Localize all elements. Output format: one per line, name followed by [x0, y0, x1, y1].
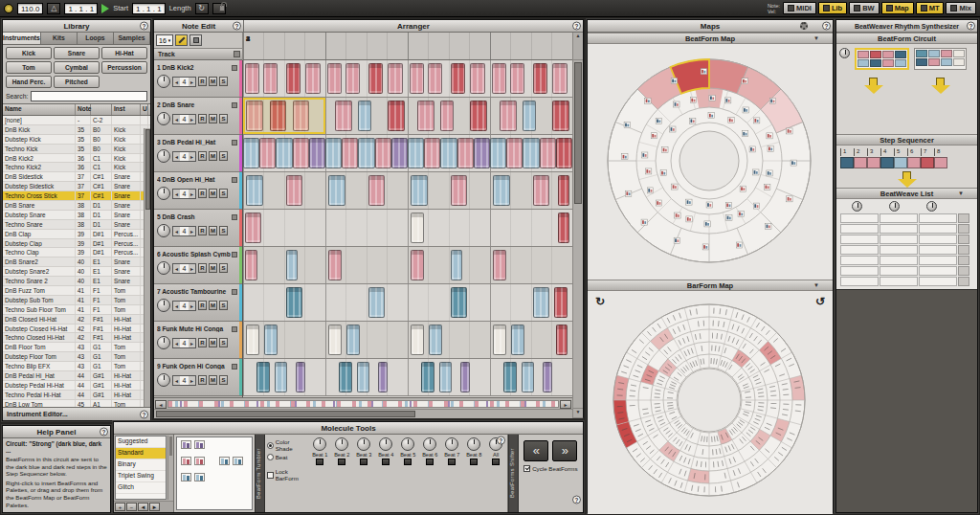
pattern-block[interactable] [493, 250, 506, 280]
track-header[interactable]: 1 DnB Kick2 ◄ 4 ► R M S [154, 60, 242, 98]
preset-tool-button[interactable]: ◄ [138, 503, 148, 511]
pattern-block[interactable] [429, 325, 442, 355]
pattern-block[interactable] [328, 250, 342, 280]
row-handle[interactable] [958, 256, 969, 265]
step-cell[interactable] [867, 157, 880, 168]
pattern-block[interactable] [263, 63, 278, 94]
category-button[interactable]: Percussion [101, 61, 147, 74]
library-row[interactable]: DnB Fuzz Tom 41 F1 Tom [3, 286, 150, 296]
arranger-overview[interactable]: ◄ ► [154, 397, 572, 409]
beat-knob[interactable] [313, 437, 326, 451]
pattern-block[interactable] [245, 63, 259, 94]
pattern-block[interactable] [421, 362, 434, 392]
record-button[interactable]: R [198, 226, 207, 235]
pattern-block[interactable] [533, 175, 549, 206]
pattern-block[interactable] [556, 138, 572, 168]
library-row[interactable]: Techno Sub Floor Tom 41 F1 Tom [3, 305, 150, 315]
pattern-block[interactable] [493, 175, 509, 206]
view-button[interactable]: Map [881, 2, 914, 14]
solo-button[interactable]: S [219, 189, 228, 198]
track-header[interactable]: 2 DnB Snare ◄ 4 ► R M S [154, 98, 242, 135]
library-row[interactable]: Dubstep Kick 35 B0 Kick [3, 135, 150, 145]
circuit-group-a[interactable] [855, 48, 909, 70]
pattern-block[interactable] [391, 138, 408, 168]
search-input[interactable] [31, 91, 147, 101]
step-cell[interactable] [880, 157, 894, 168]
track-step-count[interactable]: ◄ 4 ► [172, 189, 196, 199]
pattern-block[interactable] [558, 213, 569, 243]
track-knob[interactable] [157, 224, 170, 237]
circuit-cell[interactable] [882, 51, 894, 58]
beat-knob[interactable] [401, 437, 414, 451]
library-tab[interactable]: Instruments [3, 33, 41, 44]
preset-item[interactable]: Glitch [116, 482, 166, 494]
library-tab[interactable]: Samples [114, 33, 150, 44]
help-icon[interactable]: ? [100, 428, 108, 437]
pattern-block[interactable] [556, 325, 568, 355]
beat-knob[interactable] [445, 437, 458, 451]
record-button[interactable]: R [198, 151, 207, 161]
record-button[interactable]: R [198, 263, 207, 273]
track-knob[interactable] [157, 112, 170, 125]
mute-button[interactable]: M [209, 301, 217, 310]
color-shade-radio[interactable] [267, 442, 274, 449]
collapse-icon[interactable]: ▼ [813, 35, 819, 41]
mute-button[interactable]: M [209, 77, 217, 86]
library-row[interactable]: Techno Clap 39 D#1 Percus... [3, 248, 150, 258]
help-icon[interactable]: ? [140, 410, 148, 418]
pattern-block[interactable] [358, 101, 371, 131]
pattern-block[interactable] [286, 250, 298, 280]
length-display[interactable]: 1 . 1 . 1 [132, 3, 166, 14]
pattern-block[interactable] [417, 101, 434, 131]
beat-knob-button[interactable] [426, 459, 434, 465]
pattern-block[interactable] [552, 63, 567, 94]
play-icon[interactable] [101, 4, 109, 13]
library-tab[interactable]: Kits [41, 33, 78, 44]
beat-knob-button[interactable] [448, 459, 456, 465]
pattern-block[interactable] [276, 138, 292, 168]
track-edit-icon[interactable] [232, 252, 237, 258]
pattern-block[interactable] [552, 101, 568, 131]
pattern-block[interactable] [243, 138, 259, 168]
pattern-block[interactable] [388, 63, 402, 94]
row-handle[interactable] [958, 224, 969, 234]
loop-button[interactable]: ↻ [195, 3, 209, 14]
track-header[interactable]: 7 Acoustic Tambourine ◄ 4 ► R M S [154, 284, 242, 322]
pattern-block[interactable] [264, 325, 278, 355]
pattern-block[interactable] [328, 325, 342, 355]
pattern-block[interactable] [293, 138, 309, 168]
tempo-display[interactable]: 110.0 [17, 3, 43, 14]
pattern-block[interactable] [346, 325, 360, 355]
pattern-block[interactable] [440, 138, 457, 168]
record-button[interactable]: R [198, 338, 207, 347]
solo-button[interactable]: S [219, 263, 228, 273]
beat-knob[interactable] [467, 437, 480, 451]
mute-button[interactable]: M [209, 151, 217, 161]
row-handle[interactable] [958, 277, 969, 286]
circuit-cell[interactable] [895, 59, 906, 67]
beatweave-row[interactable] [840, 224, 973, 234]
category-button[interactable]: Tom [6, 61, 52, 74]
beatform-map-svg[interactable] [588, 44, 833, 280]
library-row[interactable]: DnB Snare 38 D1 Snare [3, 201, 150, 211]
track-knob[interactable] [157, 261, 170, 275]
collapse-icon[interactable]: ▼ [813, 282, 819, 288]
track-step-count[interactable]: ◄ 4 ► [172, 301, 196, 311]
pattern-block[interactable] [451, 287, 467, 318]
library-tab[interactable]: Loops [78, 33, 114, 44]
library-row[interactable]: Dubstep Floor Tom 43 G1 Tom [3, 352, 150, 362]
pattern-block[interactable] [245, 250, 258, 280]
scroll-down-button[interactable]: ▼ [572, 409, 583, 418]
track-step-count[interactable]: ◄ 4 ► [172, 338, 196, 348]
collapse-icon[interactable]: ▼ [958, 190, 964, 196]
arranger-lane[interactable] [243, 210, 572, 247]
pattern-block[interactable] [411, 175, 427, 206]
beatweave-row[interactable] [840, 235, 973, 244]
beatweave-row[interactable] [840, 213, 973, 223]
circuit-cell[interactable] [953, 58, 965, 66]
circuit-cell[interactable] [882, 59, 894, 67]
solo-button[interactable]: S [219, 226, 228, 235]
arranger-lane[interactable] [243, 359, 572, 396]
pattern-block[interactable] [424, 138, 440, 168]
mute-button[interactable]: M [209, 226, 217, 235]
